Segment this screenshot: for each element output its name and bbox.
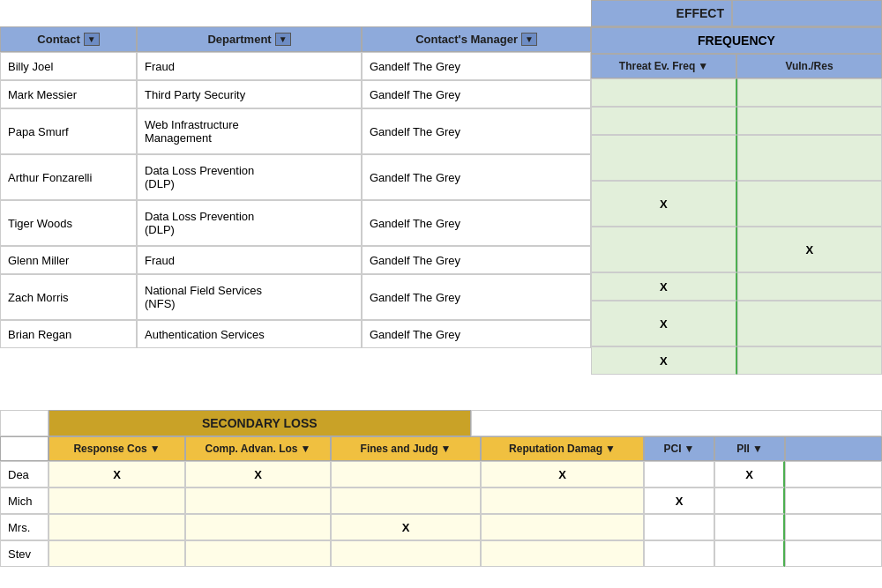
vuln-res-cell <box>737 135 883 181</box>
bottom-table-row: Dea X X X X <box>0 461 882 488</box>
manager-column-header[interactable]: Contact's Manager ▼ <box>362 26 591 52</box>
department-cell: Fraud <box>137 52 362 80</box>
vuln-res-cell <box>737 181 883 227</box>
contact-cell: Billy Joel <box>0 52 137 80</box>
bottom-extra-cell <box>785 488 882 514</box>
vuln-res-cell <box>737 107 883 135</box>
reputation-cell: X <box>481 461 644 488</box>
comp-advan-cell <box>185 514 331 540</box>
fines-cell <box>331 540 481 567</box>
reputation-cell <box>481 540 644 567</box>
threat-freq-cell: X <box>591 181 737 227</box>
pii-cell <box>714 514 785 540</box>
frequency-data-row <box>591 107 882 135</box>
frequency-data-row: X <box>591 227 882 272</box>
comp-advan-header[interactable]: Comp. Advan. Los ▼ <box>185 436 331 461</box>
bottom-extra-cell <box>785 514 882 540</box>
vuln-res-cell <box>737 346 883 375</box>
threat-ev-freq-header[interactable]: Threat Ev. Freq ▼ <box>591 54 736 78</box>
reputation-dropdown[interactable]: ▼ <box>605 443 616 455</box>
threat-freq-cell <box>591 135 737 181</box>
response-cost-cell <box>49 540 185 567</box>
pii-cell <box>714 540 785 567</box>
bottom-name-spacer <box>0 410 49 436</box>
manager-cell: Gandelf The Grey <box>362 52 591 80</box>
frequency-section: FREQUENCY Threat Ev. Freq ▼ Vuln./Res X … <box>591 27 882 375</box>
spreadsheet-container: EFFECT Contact ▼ Department ▼ Contact's … <box>0 0 882 588</box>
threat-freq-cell <box>591 107 737 135</box>
vuln-res-cell <box>737 301 883 346</box>
threat-freq-cell: X <box>591 301 737 346</box>
department-column-header[interactable]: Department ▼ <box>137 26 362 52</box>
manager-cell: Gandelf The Grey <box>362 154 591 200</box>
pci-cell <box>644 461 714 488</box>
vuln-res-header[interactable]: Vuln./Res <box>736 54 882 78</box>
frequency-data-row <box>591 135 882 181</box>
response-cost-cell: X <box>49 461 185 488</box>
effect-section-header: EFFECT <box>591 0 732 26</box>
vuln-res-cell <box>737 78 883 107</box>
bottom-name-col-header <box>0 436 49 461</box>
fines-cell <box>331 461 481 488</box>
threat-freq-cell: X <box>591 272 737 301</box>
department-cell: Fraud <box>137 246 362 274</box>
pci-dropdown[interactable]: ▼ <box>684 443 695 455</box>
frequency-data-row <box>591 78 882 107</box>
secondary-loss-title: SECONDARY LOSS <box>49 410 471 436</box>
vuln-res-cell: X <box>737 227 883 272</box>
comp-advan-cell <box>185 488 331 514</box>
bottom-name-cell: Mich <box>0 488 49 514</box>
fines-cell: X <box>331 514 481 540</box>
response-cost-cell <box>49 514 185 540</box>
vuln-res-cell <box>737 272 883 301</box>
bottom-name-cell: Dea <box>0 461 49 488</box>
threat-freq-cell <box>591 78 737 107</box>
effect-header-row: EFFECT <box>0 0 882 26</box>
manager-cell: Gandelf The Grey <box>362 108 591 154</box>
bottom-data-rows: Dea X X X X Mich X Mrs. X Stev <box>0 461 882 567</box>
bottom-table-row: Mich X <box>0 488 882 514</box>
pci-header[interactable]: PCI ▼ <box>644 436 714 461</box>
fines-header[interactable]: Fines and Judg ▼ <box>331 436 481 461</box>
pci-cell <box>644 540 714 567</box>
manager-cell: Gandelf The Grey <box>362 274 591 320</box>
frequency-data-row: X <box>591 272 882 301</box>
pci-cell: X <box>644 488 714 514</box>
threat-freq-cell <box>591 227 737 272</box>
contact-dropdown[interactable]: ▼ <box>84 33 100 46</box>
contact-cell: Brian Regan <box>0 320 137 348</box>
bottom-right-spacer <box>471 410 883 436</box>
bottom-name-cell: Mrs. <box>0 514 49 540</box>
department-dropdown[interactable]: ▼ <box>275 33 291 46</box>
bottom-table-row: Stev <box>0 540 882 567</box>
fines-dropdown[interactable]: ▼ <box>441 443 452 455</box>
bottom-section: SECONDARY LOSS Response Cos ▼ Comp. Adva… <box>0 410 882 588</box>
manager-dropdown[interactable]: ▼ <box>521 33 537 46</box>
reputation-header[interactable]: Reputation Damag ▼ <box>481 436 644 461</box>
department-cell: Data Loss Prevention(DLP) <box>137 200 362 246</box>
pii-header[interactable]: PII ▼ <box>714 436 785 461</box>
manager-cell: Gandelf The Grey <box>362 80 591 108</box>
bottom-col-headers-row: Response Cos ▼ Comp. Advan. Los ▼ Fines … <box>0 436 882 461</box>
integrity-header-placeholder <box>732 0 882 26</box>
bottom-extra-cell <box>785 540 882 567</box>
frequency-data-rows: X X X X X <box>591 78 882 375</box>
frequency-data-row: X <box>591 346 882 375</box>
response-cost-cell <box>49 488 185 514</box>
manager-cell: Gandelf The Grey <box>362 246 591 274</box>
department-cell: Authentication Services <box>137 320 362 348</box>
contact-cell: Tiger Woods <box>0 200 137 246</box>
response-dropdown[interactable]: ▼ <box>150 443 161 455</box>
frequency-col-headers: Threat Ev. Freq ▼ Vuln./Res <box>591 54 882 78</box>
reputation-cell <box>481 488 644 514</box>
contact-cell: Arthur Fonzarelli <box>0 154 137 200</box>
response-cost-header[interactable]: Response Cos ▼ <box>49 436 185 461</box>
bottom-extra-cell <box>785 461 882 488</box>
threat-freq-dropdown[interactable]: ▼ <box>698 60 708 72</box>
comp-dropdown[interactable]: ▼ <box>301 443 311 455</box>
contact-cell: Papa Smurf <box>0 108 137 154</box>
contact-column-header[interactable]: Contact ▼ <box>0 26 137 52</box>
secondary-loss-header-row: SECONDARY LOSS <box>0 410 882 436</box>
manager-cell: Gandelf The Grey <box>362 200 591 246</box>
pii-dropdown[interactable]: ▼ <box>752 443 763 455</box>
